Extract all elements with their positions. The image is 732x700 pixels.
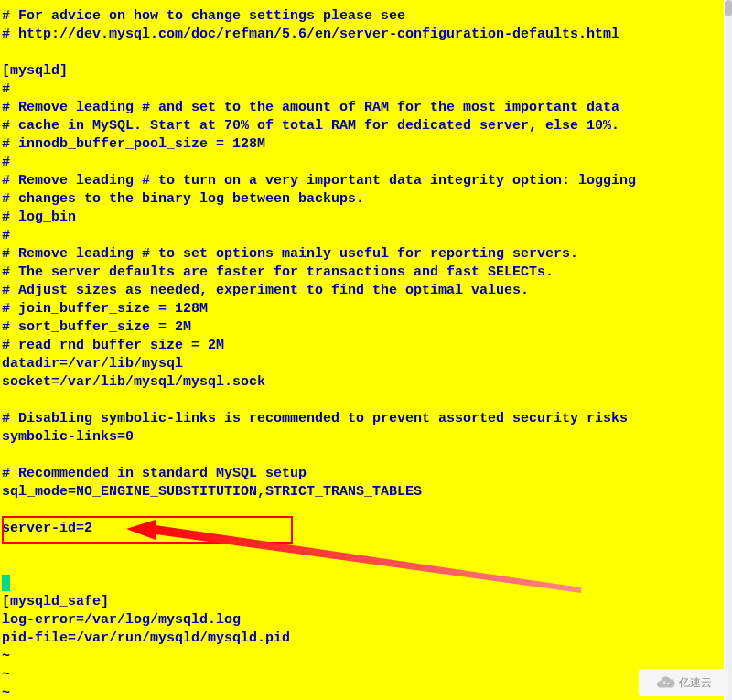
config-line [2,575,724,593]
config-line [2,447,724,465]
config-line: log-error=/var/log/mysqld.log [2,611,724,630]
config-line: # http://dev.mysql.com/doc/refman/5.6/en… [2,26,724,44]
config-line: [mysqld] [2,62,724,81]
config-line: ~ [2,666,724,684]
config-line: # The server defaults are faster for tra… [2,264,724,282]
config-line: symbolic-links=0 [2,428,724,447]
scrollbar-track [725,0,732,700]
config-line: # Adjust sizes as needed, experiment to … [2,282,724,300]
terminal-editor[interactable]: # For advice on how to change settings p… [0,0,724,700]
config-line: # Remove leading # to set options mainly… [2,245,724,264]
config-line [2,556,724,575]
config-line: sql_mode=NO_ENGINE_SUBSTITUTION,STRICT_T… [2,483,724,501]
config-line: # Remove leading # and set to the amount… [2,99,724,117]
config-line: datadir=/var/lib/mysql [2,355,724,373]
watermark-text: 亿速云 [679,673,712,692]
config-line: # join_buffer_size = 128M [2,300,724,318]
config-line [2,501,724,520]
config-line: # read_rnd_buffer_size = 2M [2,337,724,355]
config-line: # [2,81,724,99]
config-line: # sort_buffer_size = 2M [2,318,724,337]
config-line [2,538,724,556]
watermark-badge: 亿速云 [639,669,728,696]
config-file-content: # For advice on how to change settings p… [2,7,724,700]
config-line: # innodb_buffer_pool_size = 128M [2,135,724,154]
config-line [2,392,724,410]
config-line: socket=/var/lib/mysql/mysql.sock [2,373,724,392]
config-line: # cache in MySQL. Start at 70% of total … [2,117,724,135]
config-line: pid-file=/var/run/mysqld/mysqld.pid [2,630,724,648]
config-line: ~ [2,684,724,700]
cloud-icon [655,673,675,693]
scrollbar-thumb[interactable] [725,0,732,16]
config-line: # [2,154,724,172]
editor-cursor [2,575,10,591]
config-line: # For advice on how to change settings p… [2,7,724,26]
config-line: server-id=2 [2,520,724,538]
config-line [2,44,724,62]
config-line: # Recommended in standard MySQL setup [2,465,724,483]
config-line: # log_bin [2,209,724,227]
config-line: ~ [2,648,724,666]
config-line: # Remove leading # to turn on a very imp… [2,172,724,190]
config-line: # [2,227,724,245]
config-line: # changes to the binary log between back… [2,190,724,209]
config-line: [mysqld_safe] [2,593,724,611]
config-line: # Disabling symbolic-links is recommende… [2,410,724,428]
